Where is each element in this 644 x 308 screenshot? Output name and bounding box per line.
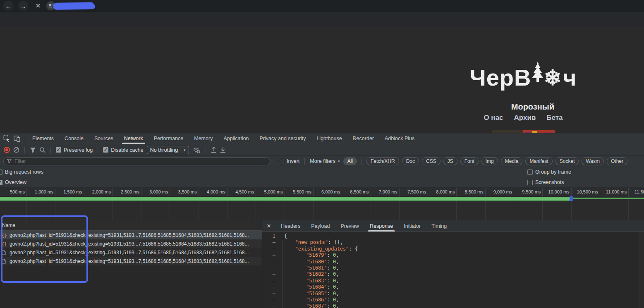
more-filters-button[interactable]: More filters ▾ <box>310 158 340 164</box>
detail-tab-payload[interactable]: Payload <box>306 221 335 232</box>
code-line: –"51683": 0, <box>262 278 644 284</box>
clear-button[interactable] <box>13 147 19 153</box>
tab-network[interactable]: Network <box>119 133 148 144</box>
checkbox-label: Overview <box>5 179 26 185</box>
chip-fetch-xhr[interactable]: Fetch/XHR <box>366 157 399 165</box>
nav-link--[interactable]: Бета <box>546 114 563 122</box>
divider <box>24 147 25 153</box>
chip-media[interactable]: Media <box>501 157 523 165</box>
token: "51687" <box>306 303 327 308</box>
checkbox-unchecked <box>0 170 2 175</box>
table-row[interactable]: {}govno2.php?last_id=51931&check_existin… <box>0 239 262 248</box>
throttling-value: No throttling <box>150 147 178 153</box>
logo-letter: ч <box>563 64 577 91</box>
divider <box>362 158 362 165</box>
filter-icon[interactable] <box>30 147 36 153</box>
inspect-element-icon[interactable] <box>3 135 10 142</box>
chip-other[interactable]: Other <box>607 157 627 165</box>
detail-tab-initiator[interactable]: Initiator <box>398 221 426 232</box>
checkbox-checked: ✓ <box>56 147 61 153</box>
network-overview[interactable] <box>0 196 644 220</box>
close-icon[interactable]: ✕ <box>33 1 43 11</box>
token: , <box>336 291 339 296</box>
back-icon[interactable]: ← <box>3 1 13 11</box>
export-har-icon[interactable] <box>220 147 226 153</box>
token: : <box>327 278 333 284</box>
ruler-tick: 4,000 ms <box>199 188 227 196</box>
tab-adblock-plus[interactable]: Adblock Plus <box>379 133 420 144</box>
preserve-log-checkbox[interactable]: ✓ Preserve log <box>56 147 93 153</box>
screenshots-checkbox[interactable]: Screenshots <box>527 179 638 185</box>
network-conditions-icon[interactable] <box>192 147 201 153</box>
token: : <box>328 239 334 245</box>
request-detail-pane: ✕ HeadersPayloadPreviewResponseInitiator… <box>262 220 644 308</box>
token: "existing_updates" <box>295 246 349 252</box>
close-icon[interactable]: ✕ <box>262 223 275 229</box>
tab-application[interactable]: Application <box>218 133 254 144</box>
table-row[interactable]: govno2.php?last_id=51931&check_existing=… <box>0 257 262 265</box>
scrollbar[interactable] <box>639 232 644 308</box>
chip-css[interactable]: CSS <box>422 157 441 165</box>
chip-socket[interactable]: Socket <box>555 157 579 165</box>
checkbox-checked: ✓ <box>0 180 2 185</box>
response-body-viewer[interactable]: 1{–"new_posts": [],–"existing_updates": … <box>262 232 644 308</box>
token: , <box>336 252 339 258</box>
device-toolbar-icon[interactable] <box>14 136 21 142</box>
checkbox-label: Screenshots <box>535 179 564 185</box>
tab-privacy-and-security[interactable]: Privacy and security <box>254 133 311 144</box>
tab-memory[interactable]: Memory <box>189 133 218 144</box>
grid-cell <box>600 196 629 220</box>
name-column-header[interactable]: Name <box>0 220 262 231</box>
grid-cell <box>572 196 600 220</box>
import-har-icon[interactable] <box>211 147 217 153</box>
tab-sources[interactable]: Sources <box>89 133 119 144</box>
ruler-tick: 8,000 ms <box>428 188 457 196</box>
overview-checkbox[interactable]: ✓ Overview <box>0 179 26 185</box>
tab-recorder[interactable]: Recorder <box>347 133 379 144</box>
line-gutter: – <box>262 239 275 246</box>
line-gutter: – <box>262 246 275 252</box>
chip-js[interactable]: JS <box>443 157 457 165</box>
chip-all[interactable]: All <box>343 157 357 165</box>
detail-tab-headers[interactable]: Headers <box>275 221 306 232</box>
tab-lighthouse[interactable]: Lighthouse <box>311 133 347 144</box>
checkbox-label: Preserve log <box>64 147 93 153</box>
tab-elements[interactable]: Elements <box>27 133 59 144</box>
table-row[interactable]: {}govno2.php?last_id=51931&check_existin… <box>0 231 262 239</box>
big-request-rows-checkbox[interactable]: Big request rows <box>0 169 43 175</box>
chip-font[interactable]: Font <box>460 157 479 165</box>
chip-wasm[interactable]: Wasm <box>582 157 604 165</box>
invert-checkbox[interactable]: Invert <box>279 158 299 164</box>
ruler-tick: 2,000 ms <box>84 188 113 196</box>
nav-link--[interactable]: О нас <box>484 114 503 122</box>
load-event-marker <box>570 196 573 201</box>
nav-link--[interactable]: Архив <box>514 114 536 122</box>
token: : <box>327 252 333 258</box>
table-row[interactable]: govno2.php?last_id=51931&check_existing=… <box>0 248 262 257</box>
disable-cache-checkbox[interactable]: ✓ Disable cache <box>103 147 144 153</box>
checkbox-label: Group by frame <box>535 169 571 175</box>
filter-input[interactable] <box>3 158 271 165</box>
record-button[interactable] <box>4 147 10 153</box>
token: "51683" <box>306 278 327 284</box>
search-icon[interactable] <box>39 147 45 153</box>
token: "51681" <box>306 265 327 271</box>
tab-console[interactable]: Console <box>59 133 89 144</box>
chip-doc[interactable]: Doc <box>402 157 419 165</box>
detail-tab-response[interactable]: Response <box>364 221 398 232</box>
token: : <box>327 284 333 290</box>
line-gutter: – <box>262 252 275 258</box>
tab-performance[interactable]: Performance <box>148 133 189 144</box>
detail-tab-preview[interactable]: Preview <box>335 221 364 232</box>
throttling-select[interactable]: No throttling ▾ <box>147 146 189 154</box>
group-by-frame-checkbox[interactable]: Group by frame <box>527 169 638 175</box>
request-name: govno2.php?last_id=51931&check_existing=… <box>10 241 249 247</box>
response-json: 1{–"new_posts": [],–"existing_updates": … <box>262 233 644 308</box>
chip-manifest[interactable]: Manifest <box>525 157 552 165</box>
divider <box>50 147 51 153</box>
chip-img[interactable]: Img <box>481 157 498 165</box>
forward-icon[interactable]: → <box>18 1 28 11</box>
fetch-xhr-icon: {} <box>2 241 7 246</box>
detail-tab-timing[interactable]: Timing <box>426 221 452 232</box>
chevron-down-icon: ▾ <box>184 148 186 152</box>
